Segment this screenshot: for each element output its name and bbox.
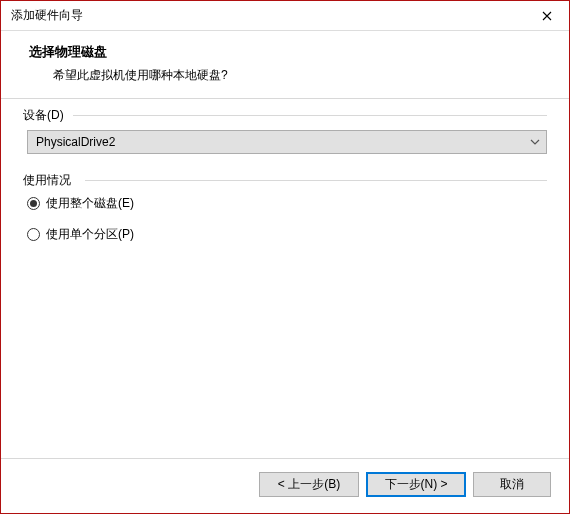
radio-icon — [27, 197, 40, 210]
content-area: 设备(D) PhysicalDrive2 使用情况 使用整个磁盘(E) 使用单个… — [1, 99, 569, 458]
wizard-header: 选择物理磁盘 希望此虚拟机使用哪种本地硬盘? — [1, 31, 569, 98]
page-subtitle: 希望此虚拟机使用哪种本地硬盘? — [29, 61, 549, 84]
device-select-value: PhysicalDrive2 — [36, 135, 115, 149]
usage-group: 使用情况 使用整个磁盘(E) 使用单个分区(P) — [23, 180, 547, 263]
window-title: 添加硬件向导 — [11, 7, 83, 24]
radio-label: 使用单个分区(P) — [46, 226, 134, 243]
page-title: 选择物理磁盘 — [29, 43, 549, 61]
radio-use-single-partition[interactable]: 使用单个分区(P) — [27, 226, 547, 243]
device-group: 设备(D) PhysicalDrive2 — [23, 115, 547, 160]
back-button[interactable]: < 上一步(B) — [259, 472, 359, 497]
cancel-button[interactable]: 取消 — [473, 472, 551, 497]
radio-use-entire-disk[interactable]: 使用整个磁盘(E) — [27, 195, 547, 212]
close-button[interactable] — [525, 1, 569, 31]
chevron-down-icon — [530, 139, 540, 145]
close-icon — [542, 11, 552, 21]
usage-group-label: 使用情况 — [23, 172, 75, 189]
device-select[interactable]: PhysicalDrive2 — [27, 130, 547, 154]
radio-label: 使用整个磁盘(E) — [46, 195, 134, 212]
titlebar: 添加硬件向导 — [1, 1, 569, 31]
radio-icon — [27, 228, 40, 241]
device-group-label: 设备(D) — [23, 107, 68, 124]
next-button[interactable]: 下一步(N) > — [366, 472, 466, 497]
footer: < 上一步(B) 下一步(N) > 取消 — [1, 458, 569, 513]
